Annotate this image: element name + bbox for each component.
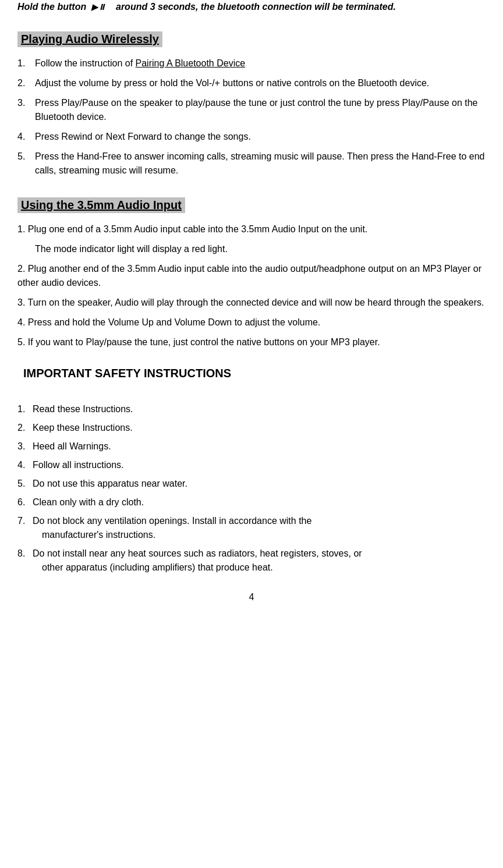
list-content-indent: manufacturer's instructions. [42, 528, 486, 542]
list-content: Do not use this apparatus near water. [33, 477, 486, 491]
audio-input-heading: Using the 3.5mm Audio Input [17, 197, 185, 213]
bluetooth-button-icon: ▶⏸ [91, 1, 106, 13]
list-content: Keep these Instructions. [33, 421, 486, 435]
audio-input-p4: 3. Turn on the speaker, Audio will play … [17, 296, 486, 310]
list-content: Read these Instructions. [33, 402, 486, 416]
list-item: 1. Follow the instruction of Pairing A B… [17, 56, 486, 70]
list-item: 5. Press the Hand-Free to answer incomin… [17, 150, 486, 178]
list-item: 4. Press Rewind or Next Forward to chang… [17, 130, 486, 144]
list-item: 4. Follow all instructions. [17, 458, 486, 472]
audio-input-p3: 2. Plug another end of the 3.5mm Audio i… [17, 262, 486, 290]
list-num: 1. [17, 56, 35, 70]
list-item: 3. Heed all Warnings. [17, 440, 486, 454]
list-content: Heed all Warnings. [33, 440, 486, 454]
list-content: Press the Hand-Free to answer incoming c… [35, 150, 486, 178]
list-num: 8. [17, 547, 33, 575]
list-num: 4. [17, 130, 35, 144]
audio-input-p5: 4. Press and hold the Volume Up and Volu… [17, 316, 486, 330]
list-num: 7. [17, 514, 33, 542]
playing-audio-list: 1. Follow the instruction of Pairing A B… [17, 56, 486, 178]
playing-audio-heading: Playing Audio Wirelessly [17, 31, 162, 47]
list-num: 2. [17, 421, 33, 435]
audio-input-section: Using the 3.5mm Audio Input 1. Plug one … [17, 192, 486, 349]
list-item: 8. Do not install near any heat sources … [17, 547, 486, 575]
list-content: Do not block any ventilation openings. I… [33, 514, 486, 542]
list-item: 6. Clean only with a dry cloth. [17, 495, 486, 509]
audio-input-p1: 1. Plug one end of a 3.5mm Audio input c… [17, 222, 486, 236]
list-content: Press Play/Pause on the speaker to play/… [35, 96, 486, 124]
list-content: Press Rewind or Next Forward to change t… [35, 130, 486, 144]
audio-input-p6: 5. If you want to Play/pause the tune, j… [17, 335, 486, 349]
list-num: 3. [17, 96, 35, 124]
list-num: 3. [17, 440, 33, 454]
list-content: Follow the instruction of Pairing A Blue… [35, 56, 486, 70]
playing-audio-section: Playing Audio Wirelessly 1. Follow the i… [17, 26, 486, 178]
list-num: 5. [17, 477, 33, 491]
safety-section: IMPORTANT SAFETY INSTRUCTIONS 1. Read th… [17, 367, 486, 575]
safety-heading: IMPORTANT SAFETY INSTRUCTIONS [17, 367, 486, 380]
list-item: 2. Adjust the volume by press or hold th… [17, 76, 486, 90]
pairing-link[interactable]: Pairing A Bluetooth Device [136, 58, 246, 68]
list-content-indent: other apparatus (including amplifiers) t… [42, 561, 486, 575]
list-item: 2. Keep these Instructions. [17, 421, 486, 435]
list-num: 2. [17, 76, 35, 90]
list-num: 6. [17, 495, 33, 509]
audio-input-p2: The mode indicator light will display a … [35, 242, 486, 256]
list-content: Adjust the volume by press or hold the V… [35, 76, 486, 90]
list-num: 5. [17, 150, 35, 178]
list-item: 5. Do not use this apparatus near water. [17, 477, 486, 491]
list-content: Follow all instructions. [33, 458, 486, 472]
page-number: 4 [17, 592, 486, 603]
list-item: 7. Do not block any ventilation openings… [17, 514, 486, 542]
list-item: 1. Read these Instructions. [17, 402, 486, 416]
list-num: 1. [17, 402, 33, 416]
top-paragraph: Hold the button ▶⏸ around 3 seconds, the… [17, 0, 486, 14]
list-num: 4. [17, 458, 33, 472]
safety-list: 1. Read these Instructions. 2. Keep thes… [17, 402, 486, 575]
list-content: Clean only with a dry cloth. [33, 495, 486, 509]
list-item: 3. Press Play/Pause on the speaker to pl… [17, 96, 486, 124]
list-content: Do not install near any heat sources suc… [33, 547, 486, 575]
